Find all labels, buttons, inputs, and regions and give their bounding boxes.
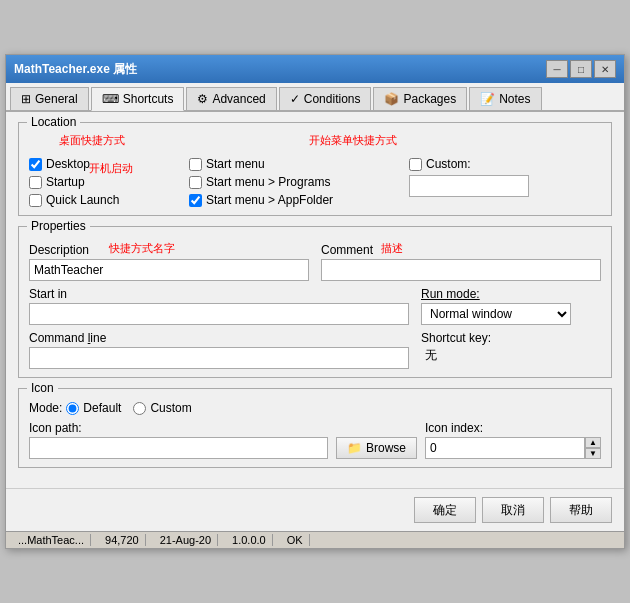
description-label: Description — [29, 243, 89, 257]
icon-mode-radio-group: Default Custom — [66, 401, 191, 415]
desc-comment-inputs-row — [29, 259, 601, 281]
description-input[interactable] — [29, 259, 309, 281]
browse-icon: 📁 — [347, 441, 362, 455]
run-mode-label-text: Run mode: — [421, 287, 480, 301]
icon-path-col: Icon path: — [29, 421, 328, 459]
checkbox-startup-label[interactable]: Startup — [46, 175, 85, 189]
checkbox-start-appfolder[interactable] — [189, 194, 202, 207]
icon-index-wrapper: ▲ ▼ — [425, 437, 601, 459]
icon-mode-custom-radio[interactable] — [133, 402, 146, 415]
general-tab-icon: ⊞ — [21, 92, 31, 106]
icon-index-down-button[interactable]: ▼ — [585, 448, 601, 459]
browse-button[interactable]: 📁 Browse — [336, 437, 417, 459]
cmdline-shortcut-row: Command line Shortcut key: 无 — [29, 331, 601, 369]
packages-tab-icon: 📦 — [384, 92, 399, 106]
icon-path-label: Icon path: — [29, 421, 328, 435]
checkbox-quick-launch-label[interactable]: Quick Launch — [46, 193, 119, 207]
checkbox-custom-label[interactable]: Custom: — [426, 157, 471, 171]
description-field-wrapper — [29, 259, 309, 281]
minimize-button[interactable]: ─ — [546, 60, 568, 78]
icon-index-input[interactable] — [425, 437, 585, 459]
command-line-input[interactable] — [29, 347, 409, 369]
checkbox-start-menu-label[interactable]: Start menu — [206, 157, 265, 171]
notes-tab-icon: 📝 — [480, 92, 495, 106]
content-area: Location 桌面快捷方式 开始菜单快捷方式 Desktop Startup — [6, 112, 624, 488]
start-in-label: Start in — [29, 287, 409, 301]
cancel-button[interactable]: 取消 — [482, 497, 544, 523]
annotation-startmenu-text: 开始菜单快捷方式 — [309, 133, 397, 148]
startup-row: Startup 开机启动 — [29, 175, 189, 189]
status-item-0: ...MathTeac... — [12, 534, 91, 546]
location-right-col: Custom: — [409, 157, 601, 197]
checkbox-desktop-label[interactable]: Desktop — [46, 157, 90, 171]
command-line-label-text: Command line — [29, 331, 106, 345]
custom-input-wrapper — [409, 175, 601, 197]
tab-packages-label: Packages — [403, 92, 456, 106]
icon-mode-default-text: Default — [83, 401, 121, 415]
startin-runmode-row: Start in Run mode: Normal window Minimiz… — [29, 287, 601, 325]
run-mode-col: Run mode: Normal window Minimized Maximi… — [421, 287, 601, 325]
checkbox-desktop[interactable] — [29, 158, 42, 171]
custom-row: Custom: — [409, 157, 601, 171]
checkbox-quick-launch[interactable] — [29, 194, 42, 207]
checkbox-custom[interactable] — [409, 158, 422, 171]
advanced-tab-icon: ⚙ — [197, 92, 208, 106]
tab-bar: ⊞ General ⌨ Shortcuts ⚙ Advanced ✓ Condi… — [6, 83, 624, 112]
checkbox-desktop-row: Desktop — [29, 157, 189, 171]
checkbox-start-appfolder-label[interactable]: Start menu > AppFolder — [206, 193, 333, 207]
icon-path-input[interactable] — [29, 437, 328, 459]
start-in-input[interactable] — [29, 303, 409, 325]
annotation-desktop-text: 桌面快捷方式 — [59, 133, 125, 148]
tab-shortcuts[interactable]: ⌨ Shortcuts — [91, 87, 185, 111]
window-title: MathTeacher.exe 属性 — [14, 61, 137, 78]
run-mode-select[interactable]: Normal window Minimized Maximized — [421, 303, 571, 325]
checkbox-start-programs-label[interactable]: Start menu > Programs — [206, 175, 330, 189]
help-button[interactable]: 帮助 — [550, 497, 612, 523]
status-item-1: 94,720 — [99, 534, 146, 546]
tab-notes[interactable]: 📝 Notes — [469, 87, 541, 110]
comment-label-col: Comment 描述 — [321, 243, 601, 257]
comment-input[interactable] — [321, 259, 601, 281]
annotation-name-text: 快捷方式名字 — [109, 241, 175, 256]
ok-button[interactable]: 确定 — [414, 497, 476, 523]
close-button[interactable]: ✕ — [594, 60, 616, 78]
shortcut-key-label: Shortcut key: — [421, 331, 601, 345]
icon-index-up-button[interactable]: ▲ — [585, 437, 601, 448]
annotation-comment-text: 描述 — [381, 241, 403, 256]
command-line-col: Command line — [29, 331, 409, 369]
icon-mode-custom-label[interactable]: Custom — [133, 401, 191, 415]
icon-mode-row: Mode: Default Custom — [29, 401, 601, 415]
status-item-3: 1.0.0.0 — [226, 534, 273, 546]
checkbox-start-programs[interactable] — [189, 176, 202, 189]
icon-mode-label: Mode: — [29, 401, 62, 415]
tab-packages[interactable]: 📦 Packages — [373, 87, 467, 110]
status-bar: ...MathTeac... 94,720 21-Aug-20 1.0.0.0 … — [6, 531, 624, 548]
comment-field-wrapper — [321, 259, 601, 281]
icon-mode-default-label[interactable]: Default — [66, 401, 121, 415]
shortcuts-tab-icon: ⌨ — [102, 92, 119, 106]
run-mode-label: Run mode: — [421, 287, 601, 301]
checkbox-start-menu[interactable] — [189, 158, 202, 171]
desc-label-col: Description 快捷方式名字 — [29, 243, 309, 257]
shortcut-key-col: Shortcut key: 无 — [421, 331, 601, 369]
start-appfolder-row: Start menu > AppFolder — [189, 193, 409, 207]
custom-text-input[interactable] — [409, 175, 529, 197]
status-item-2: 21-Aug-20 — [154, 534, 218, 546]
properties-section: Properties Description 快捷方式名字 Comment 描述 — [18, 226, 612, 378]
tab-conditions-label: Conditions — [304, 92, 361, 106]
icon-index-col: Icon index: ▲ ▼ — [425, 421, 601, 459]
checkbox-startup[interactable] — [29, 176, 42, 189]
icon-mode-default-radio[interactable] — [66, 402, 79, 415]
icon-mode-custom-text: Custom — [150, 401, 191, 415]
icon-section: Icon Mode: Default Custom Icon path: — [18, 388, 612, 468]
tab-conditions[interactable]: ✓ Conditions — [279, 87, 372, 110]
maximize-button[interactable]: □ — [570, 60, 592, 78]
tab-advanced[interactable]: ⚙ Advanced — [186, 87, 276, 110]
icon-index-label: Icon index: — [425, 421, 601, 435]
shortcut-key-value: 无 — [421, 346, 441, 364]
properties-section-label: Properties — [27, 219, 90, 233]
icon-path-row: Icon path: 📁 Browse Icon index: ▲ ▼ — [29, 421, 601, 459]
title-bar: MathTeacher.exe 属性 ─ □ ✕ — [6, 55, 624, 83]
tab-general[interactable]: ⊞ General — [10, 87, 89, 110]
start-in-col: Start in — [29, 287, 409, 325]
